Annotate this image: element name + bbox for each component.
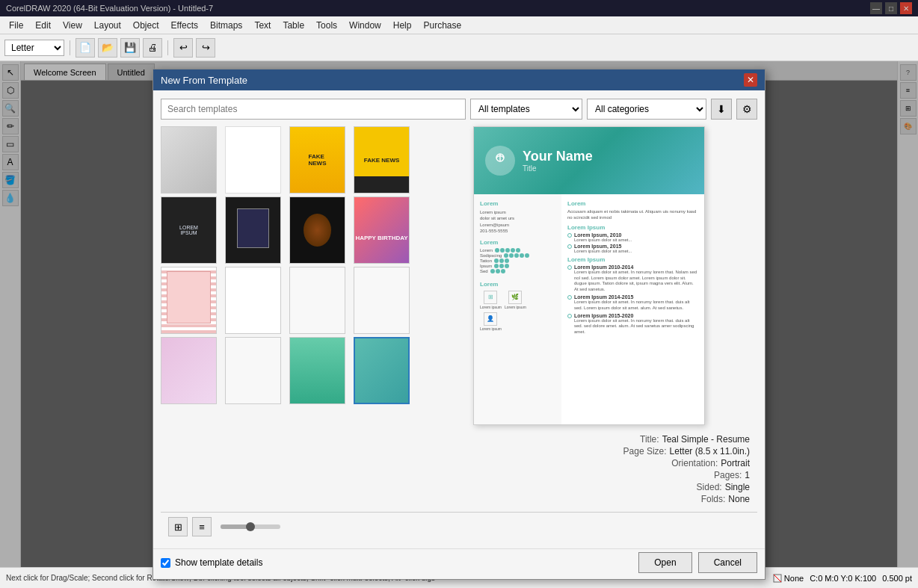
menu-help[interactable]: Help bbox=[387, 16, 418, 34]
zoom-slider-container bbox=[221, 524, 280, 529]
maximize-button[interactable]: □ bbox=[885, 2, 897, 14]
show-details-label[interactable]: Show template details bbox=[175, 557, 262, 568]
svg-line-3 bbox=[774, 575, 781, 582]
resume-title-text: Title bbox=[523, 164, 593, 173]
dialog-close-button[interactable]: ✕ bbox=[744, 73, 757, 87]
info-orientation: Orientation: Portrait bbox=[421, 458, 750, 468]
page-size-select[interactable]: Letter bbox=[4, 40, 64, 56]
filter-all-categories[interactable]: All categories bbox=[587, 99, 706, 120]
save-button[interactable]: 💾 bbox=[120, 38, 140, 58]
menu-effects[interactable]: Effects bbox=[165, 16, 204, 34]
template-thumb-9[interactable] bbox=[161, 267, 217, 334]
fill-indicator: None bbox=[773, 574, 804, 583]
dialog-actions: Open Cancel bbox=[638, 552, 757, 573]
menu-edit[interactable]: Edit bbox=[29, 16, 57, 34]
titlebar: CorelDRAW 2020 (64-Bit Evaluation Versio… bbox=[0, 0, 918, 16]
open-button[interactable]: 📂 bbox=[98, 38, 117, 58]
new-from-template-dialog: New From Template ✕ All templates All ca… bbox=[153, 69, 765, 580]
menu-text[interactable]: Text bbox=[248, 16, 277, 34]
info-folds: Folds: None bbox=[421, 494, 750, 504]
print-button[interactable]: 🖨 bbox=[143, 38, 162, 58]
app-title: CorelDRAW 2020 (64-Bit Evaluation Versio… bbox=[6, 4, 213, 13]
template-thumb-8[interactable]: HAPPY BIRTHDAY bbox=[354, 196, 410, 264]
template-info: Title: Teal Simple - Resume Page Size: L… bbox=[421, 433, 757, 506]
menu-table[interactable]: Table bbox=[277, 16, 310, 34]
zoom-slider[interactable] bbox=[221, 524, 280, 529]
undo-button[interactable]: ↩ bbox=[173, 38, 193, 58]
resume-left-column: Lorem Lorem ipsumdolor sit amet ursLorem… bbox=[474, 194, 561, 424]
grid-view-button[interactable]: ⊞ bbox=[168, 517, 188, 536]
template-thumb-12[interactable] bbox=[354, 267, 410, 334]
skills-title: Lorem bbox=[480, 239, 555, 246]
menu-window[interactable]: Window bbox=[343, 16, 387, 34]
show-details-row: Show template details bbox=[161, 557, 262, 568]
template-thumb-10[interactable] bbox=[225, 267, 281, 334]
template-thumb-13[interactable] bbox=[161, 337, 217, 404]
template-thumb-16[interactable] bbox=[354, 337, 410, 404]
menubar: File Edit View Layout Object Effects Bit… bbox=[0, 16, 918, 34]
template-preview-image: Your Name Title Lorem Lorem ipsumdolor s… bbox=[473, 126, 705, 425]
template-thumb-2[interactable] bbox=[225, 126, 281, 194]
fill-icon bbox=[773, 574, 782, 583]
menu-tools[interactable]: Tools bbox=[310, 16, 343, 34]
cancel-template-button[interactable]: Cancel bbox=[698, 552, 757, 573]
template-thumb-1[interactable] bbox=[161, 126, 217, 194]
preview-area: Your Name Title Lorem Lorem ipsumdolor s… bbox=[421, 126, 757, 506]
template-thumb-4[interactable]: FAKE NEWS bbox=[354, 126, 410, 194]
info-pages: Pages: 1 bbox=[421, 470, 750, 480]
resume-preview: Your Name Title Lorem Lorem ipsumdolor s… bbox=[474, 127, 704, 424]
color-info: C:0 M:0 Y:0 K:100 bbox=[810, 574, 876, 583]
new-button[interactable]: 📄 bbox=[76, 38, 95, 58]
menu-view[interactable]: View bbox=[57, 16, 88, 34]
menu-layout[interactable]: Layout bbox=[88, 16, 127, 34]
resume-header: Your Name Title bbox=[474, 127, 704, 194]
dialog-body: All templates All categories ⬇ ⚙ FAKENEW… bbox=[153, 90, 765, 548]
settings-button[interactable]: ⚙ bbox=[736, 99, 757, 120]
menu-object[interactable]: Object bbox=[127, 16, 165, 34]
menu-purchase[interactable]: Purchase bbox=[417, 16, 467, 34]
resume-name: Your Name bbox=[523, 149, 593, 164]
template-thumb-11[interactable] bbox=[289, 267, 345, 334]
titlebar-controls[interactable]: — □ ✕ bbox=[870, 2, 912, 14]
redo-button[interactable]: ↪ bbox=[196, 38, 215, 58]
status-right: None C:0 M:0 Y:0 K:100 0.500 pt bbox=[773, 574, 912, 583]
resume-name-block: Your Name Title bbox=[523, 149, 593, 173]
template-thumb-14[interactable] bbox=[225, 337, 281, 404]
dialog-titlebar: New From Template ✕ bbox=[153, 69, 765, 90]
template-thumb-6[interactable] bbox=[225, 196, 281, 264]
info-title: Title: Teal Simple - Resume bbox=[421, 434, 750, 445]
info-sided: Sided: Single bbox=[421, 482, 750, 492]
toolbar-separator-1 bbox=[70, 40, 70, 55]
resume-right-column: Lorem Accusam aliquam et nobis takimata … bbox=[561, 194, 704, 424]
template-thumb-7[interactable] bbox=[289, 196, 345, 264]
stroke-info: 0.500 pt bbox=[882, 574, 912, 583]
open-template-button[interactable]: Open bbox=[638, 552, 691, 573]
list-view-button[interactable]: ≡ bbox=[192, 517, 212, 536]
content-area: FAKENEWS FAKE NEWS LOREMIPSUM bbox=[161, 126, 757, 506]
template-grid: FAKENEWS FAKE NEWS LOREMIPSUM bbox=[161, 126, 415, 485]
show-details-checkbox[interactable] bbox=[161, 558, 170, 568]
toolbar-separator-2 bbox=[167, 40, 168, 55]
dialog-bottom-tools: ⊞ ≡ bbox=[161, 512, 757, 541]
search-input[interactable] bbox=[161, 99, 466, 120]
template-thumb-15[interactable] bbox=[289, 337, 345, 404]
search-row: All templates All categories ⬇ ⚙ bbox=[161, 98, 757, 120]
resume-logo bbox=[485, 146, 515, 176]
minimize-button[interactable]: — bbox=[870, 2, 882, 14]
template-thumb-3[interactable]: FAKENEWS bbox=[289, 126, 345, 194]
menu-bitmaps[interactable]: Bitmaps bbox=[204, 16, 248, 34]
filter-all-templates[interactable]: All templates bbox=[470, 99, 582, 120]
menu-file[interactable]: File bbox=[3, 16, 29, 34]
modal-overlay: New From Template ✕ All templates All ca… bbox=[0, 61, 918, 567]
close-button[interactable]: ✕ bbox=[900, 2, 912, 14]
dialog-footer: Show template details Open Cancel bbox=[153, 548, 765, 579]
toolbar: Letter 📄 📂 💾 🖨 ↩ ↪ bbox=[0, 34, 918, 61]
info-page-size: Page Size: Letter (8.5 x 11.0in.) bbox=[421, 446, 750, 457]
resume-body: Lorem Lorem ipsumdolor sit amet ursLorem… bbox=[474, 194, 704, 424]
template-thumb-5[interactable]: LOREMIPSUM bbox=[161, 196, 217, 264]
dialog-title: New From Template bbox=[161, 75, 247, 86]
sync-button[interactable]: ⬇ bbox=[711, 99, 732, 120]
